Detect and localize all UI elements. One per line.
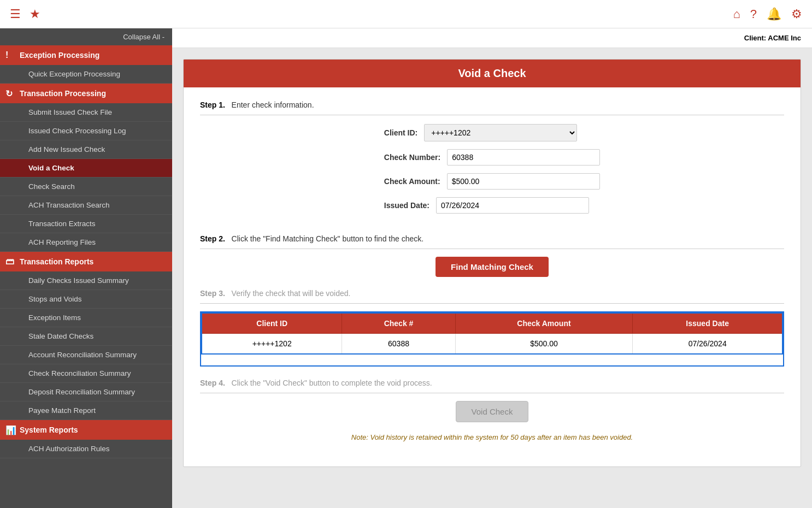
- page-title: Void a Check: [458, 67, 526, 79]
- step2-desc: Click the "Find Matching Check" button t…: [232, 234, 424, 243]
- step3-num: Step 3.: [200, 289, 225, 298]
- sidebar-item-check-reconciliation[interactable]: Check Reconciliation Summary: [0, 364, 172, 383]
- top-bar-left: ☰ ★: [10, 7, 40, 21]
- result-table: Client ID Check # Check Amount Issued Da…: [201, 312, 783, 355]
- check-amount-label: Check Amount:: [384, 177, 447, 186]
- client-id-label: Client ID:: [384, 128, 424, 137]
- sidebar-item-void-check[interactable]: Void a Check: [0, 159, 172, 178]
- sidebar-item-account-reconciliation[interactable]: Account Reconciliation Summary: [0, 346, 172, 364]
- col-check-num: Check #: [342, 313, 455, 334]
- step1-form: Client ID: +++++1202 Check Number:: [383, 123, 601, 222]
- reports-icon: 🗃: [5, 257, 14, 267]
- step1-label: Step 1. Enter check information.: [200, 101, 784, 115]
- sidebar-item-check-search[interactable]: Check Search: [0, 178, 172, 196]
- sidebar-item-ach-auth-rules[interactable]: ACH Authorization Rules: [0, 440, 172, 458]
- cell-check-num: 60388: [342, 334, 455, 355]
- client-id-row: Client ID: +++++1202: [384, 124, 600, 141]
- sidebar: Collapse All - ! Exception Processing Qu…: [0, 28, 172, 508]
- check-number-row: Check Number:: [384, 149, 600, 166]
- sidebar-item-issued-check-log[interactable]: Issued Check Processing Log: [0, 122, 172, 140]
- client-label: Client: ACME Inc: [744, 34, 801, 42]
- collapse-all[interactable]: Collapse All -: [0, 28, 172, 45]
- table-row: +++++1202 60388 $500.00 07/26/2024: [202, 334, 782, 355]
- col-issued-date: Issued Date: [633, 313, 782, 334]
- main-card: Void a Check Step 1. Enter check informa…: [183, 59, 801, 467]
- sidebar-item-exception-items[interactable]: Exception Items: [0, 309, 172, 327]
- menu-icon[interactable]: ☰: [10, 7, 21, 21]
- sidebar-section-transaction-processing[interactable]: ↻ Transaction Processing: [0, 84, 172, 103]
- sidebar-item-stale-dated[interactable]: Stale Dated Checks: [0, 327, 172, 346]
- client-id-select[interactable]: +++++1202: [424, 124, 577, 141]
- void-note: Note: Void history is retained within th…: [200, 433, 784, 441]
- transaction-processing-label: Transaction Processing: [20, 89, 106, 98]
- exception-processing-label: Exception Processing: [20, 51, 99, 60]
- sidebar-section-exception-processing[interactable]: ! Exception Processing: [0, 45, 172, 65]
- exception-icon: !: [5, 50, 8, 60]
- step3-label: Step 3. Verify the check that will be vo…: [200, 289, 784, 304]
- void-check-button[interactable]: Void Check: [456, 401, 529, 422]
- main-layout: Collapse All - ! Exception Processing Qu…: [0, 28, 812, 508]
- check-amount-input[interactable]: [447, 173, 600, 190]
- step1-desc: Enter check information.: [232, 101, 314, 109]
- card-body: Step 1. Enter check information. Client …: [184, 87, 801, 466]
- sidebar-item-payee-match[interactable]: Payee Match Report: [0, 401, 172, 420]
- home-icon[interactable]: ⌂: [733, 7, 740, 21]
- sidebar-section-system-reports[interactable]: 📊 System Reports: [0, 420, 172, 440]
- system-reports-icon: 📊: [5, 425, 16, 435]
- card-header: Void a Check: [184, 60, 801, 87]
- issued-date-label: Issued Date:: [384, 201, 436, 210]
- cell-issued-date: 07/26/2024: [633, 334, 782, 355]
- gear-icon[interactable]: ⚙: [791, 7, 802, 21]
- issued-date-input[interactable]: [436, 197, 589, 214]
- client-info-bar: Client: ACME Inc: [172, 28, 812, 48]
- step1-section: Step 1. Enter check information. Client …: [200, 101, 784, 222]
- cell-client-id: +++++1202: [202, 334, 342, 355]
- step2-section: Step 2. Click the "Find Matching Check" …: [200, 234, 784, 277]
- sidebar-item-ach-transaction-search[interactable]: ACH Transaction Search: [0, 196, 172, 215]
- top-bar: ☰ ★ ⌂ ? 🔔 ⚙: [0, 0, 812, 28]
- step2-num: Step 2.: [200, 234, 225, 243]
- step4-section: Step 4. Click the "Void Check" button to…: [200, 379, 784, 441]
- col-client-id: Client ID: [202, 313, 342, 334]
- result-table-wrapper: Client ID Check # Check Amount Issued Da…: [200, 311, 784, 367]
- check-amount-row: Check Amount:: [384, 173, 600, 190]
- sidebar-item-daily-checks[interactable]: Daily Checks Issued Summary: [0, 271, 172, 290]
- col-check-amount: Check Amount: [455, 313, 633, 334]
- sidebar-item-stops-voids[interactable]: Stops and Voids: [0, 290, 172, 309]
- star-icon[interactable]: ★: [30, 7, 40, 21]
- step4-desc: Click the "Void Check" button to complet…: [232, 379, 432, 387]
- help-icon[interactable]: ?: [750, 7, 757, 21]
- step4-label: Step 4. Click the "Void Check" button to…: [200, 379, 784, 393]
- top-bar-right: ⌂ ? 🔔 ⚙: [733, 7, 802, 21]
- step3-section: Step 3. Verify the check that will be vo…: [200, 289, 784, 367]
- cell-check-amount: $500.00: [455, 334, 633, 355]
- issued-date-row: Issued Date:: [384, 197, 600, 214]
- sidebar-section-transaction-reports[interactable]: 🗃 Transaction Reports: [0, 252, 172, 271]
- step1-num: Step 1.: [200, 101, 225, 109]
- bell-icon[interactable]: 🔔: [767, 7, 781, 21]
- sidebar-item-submit-issued-check[interactable]: Submit Issued Check File: [0, 103, 172, 122]
- sidebar-item-add-new-issued-check[interactable]: Add New Issued Check: [0, 140, 172, 159]
- sidebar-item-ach-reporting-files[interactable]: ACH Reporting Files: [0, 233, 172, 252]
- content-area: Client: ACME Inc Void a Check Step 1. En…: [172, 28, 812, 508]
- transaction-reports-label: Transaction Reports: [20, 257, 93, 266]
- system-reports-label: System Reports: [20, 426, 78, 434]
- check-number-label: Check Number:: [384, 153, 447, 162]
- check-number-input[interactable]: [447, 149, 600, 166]
- transaction-icon: ↻: [5, 88, 13, 99]
- find-matching-check-button[interactable]: Find Matching Check: [436, 257, 549, 277]
- sidebar-item-transaction-extracts[interactable]: Transaction Extracts: [0, 215, 172, 233]
- sidebar-item-deposit-reconciliation[interactable]: Deposit Reconciliation Summary: [0, 383, 172, 401]
- content-inner: Void a Check Step 1. Enter check informa…: [172, 48, 812, 508]
- step2-label: Step 2. Click the "Find Matching Check" …: [200, 234, 784, 249]
- step4-num: Step 4.: [200, 379, 225, 387]
- sidebar-item-quick-exception[interactable]: Quick Exception Processing: [0, 65, 172, 84]
- step3-desc: Verify the check that will be voided.: [232, 289, 351, 298]
